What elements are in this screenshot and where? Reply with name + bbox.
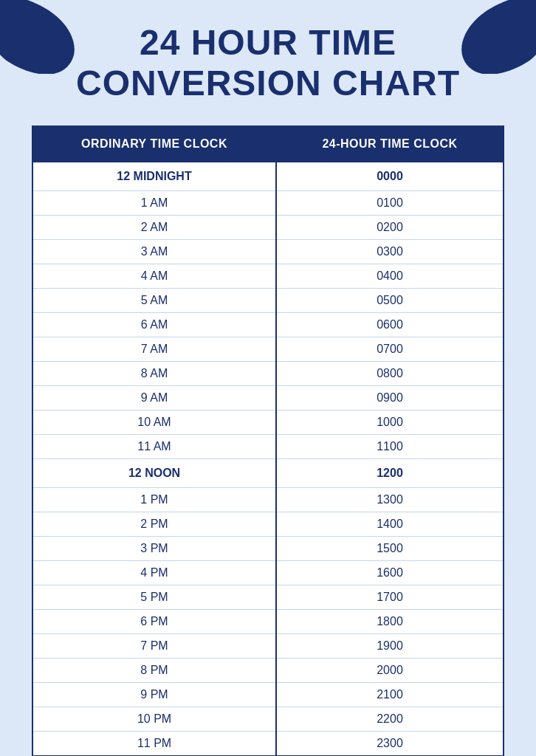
- table-row: 8 PM2000: [32, 659, 504, 683]
- ordinary-time-cell: 12 NOON: [32, 459, 276, 488]
- military-time-cell: 0300: [276, 240, 504, 264]
- ordinary-time-cell: 1 PM: [32, 488, 276, 512]
- military-time-cell: 1800: [276, 610, 504, 634]
- ordinary-time-cell: 10 AM: [32, 410, 276, 435]
- table-row: 6 AM0600: [32, 313, 504, 337]
- table-row: 11 AM1100: [32, 435, 504, 459]
- military-time-cell: 0200: [276, 216, 504, 240]
- table-row: 7 AM0700: [32, 337, 504, 362]
- ordinary-time-cell: 9 PM: [32, 683, 276, 707]
- military-time-cell: 1700: [276, 585, 504, 610]
- ordinary-time-cell: 2 AM: [32, 216, 276, 240]
- table-row: 5 AM0500: [32, 289, 504, 313]
- table-row: 3 AM0300: [32, 240, 504, 264]
- military-time-cell: 0600: [276, 313, 504, 337]
- ordinary-time-cell: 7 PM: [32, 634, 276, 659]
- military-time-cell: 1500: [276, 537, 504, 561]
- ordinary-time-cell: 1 AM: [32, 191, 276, 216]
- col-header-ordinary: ORDINARY TIME CLOCK: [32, 126, 276, 162]
- military-time-cell: 1100: [276, 435, 504, 459]
- table-header-row: ORDINARY TIME CLOCK 24-HOUR TIME CLOCK: [32, 126, 504, 162]
- table-row: 8 AM0800: [32, 362, 504, 386]
- military-time-cell: 0500: [276, 289, 504, 313]
- table-row: 10 PM2200: [32, 707, 504, 732]
- military-time-cell: 1200: [276, 459, 504, 488]
- table-row: 9 PM2100: [32, 683, 504, 707]
- table-row: 6 PM1800: [32, 610, 504, 634]
- ordinary-time-cell: 4 PM: [32, 561, 276, 585]
- ordinary-time-cell: 8 AM: [32, 362, 276, 386]
- military-time-cell: 0800: [276, 362, 504, 386]
- military-time-cell: 2300: [276, 732, 504, 756]
- page-title: 24 HOUR TIME CONVERSION CHART: [76, 22, 460, 103]
- table-row: 4 AM0400: [32, 264, 504, 289]
- ordinary-time-cell: 11 AM: [32, 435, 276, 459]
- ordinary-time-cell: 5 AM: [32, 289, 276, 313]
- military-time-cell: 1000: [276, 410, 504, 435]
- military-time-cell: 2100: [276, 683, 504, 707]
- military-time-cell: 0400: [276, 264, 504, 289]
- military-time-cell: 1300: [276, 488, 504, 512]
- ordinary-time-cell: 2 PM: [32, 512, 276, 537]
- table-row: 1 PM1300: [32, 488, 504, 512]
- page-container: 24 HOUR TIME CONVERSION CHART ORDINARY T…: [0, 0, 536, 756]
- ordinary-time-cell: 10 PM: [32, 707, 276, 732]
- military-time-cell: 1900: [276, 634, 504, 659]
- military-time-cell: 2200: [276, 707, 504, 732]
- ordinary-time-cell: 5 PM: [32, 585, 276, 610]
- table-row: 9 AM0900: [32, 386, 504, 410]
- ordinary-time-cell: 3 PM: [32, 537, 276, 561]
- military-time-cell: 0100: [276, 191, 504, 216]
- title-section: 24 HOUR TIME CONVERSION CHART: [61, 15, 475, 118]
- ordinary-time-cell: 9 AM: [32, 386, 276, 410]
- ordinary-time-cell: 3 AM: [32, 240, 276, 264]
- ordinary-time-cell: 8 PM: [32, 659, 276, 683]
- table-row: 10 AM1000: [32, 410, 504, 435]
- military-time-cell: 2000: [276, 659, 504, 683]
- military-time-cell: 0900: [276, 386, 504, 410]
- military-time-cell: 0700: [276, 337, 504, 362]
- ordinary-time-cell: 11 PM: [32, 732, 276, 756]
- ordinary-time-cell: 6 AM: [32, 313, 276, 337]
- military-time-cell: 1600: [276, 561, 504, 585]
- table-row: 7 PM1900: [32, 634, 504, 659]
- table-row: 12 MIDNIGHT0000: [32, 162, 504, 191]
- table-row: 1 AM0100: [32, 191, 504, 216]
- military-time-cell: 0000: [276, 162, 504, 191]
- table-row: 4 PM1600: [32, 561, 504, 585]
- ordinary-time-cell: 4 AM: [32, 264, 276, 289]
- table-row: 12 NOON1200: [32, 459, 504, 488]
- military-time-cell: 1400: [276, 512, 504, 537]
- table-row: 5 PM1700: [32, 585, 504, 610]
- ordinary-time-cell: 7 AM: [32, 337, 276, 362]
- table-row: 2 PM1400: [32, 512, 504, 537]
- conversion-table: ORDINARY TIME CLOCK 24-HOUR TIME CLOCK 1…: [32, 126, 504, 756]
- title-line1: 24 HOUR TIME: [140, 23, 396, 62]
- table-row: 11 PM2300: [32, 732, 504, 756]
- ordinary-time-cell: 12 MIDNIGHT: [32, 162, 276, 191]
- ordinary-time-cell: 6 PM: [32, 610, 276, 634]
- title-line2: CONVERSION CHART: [76, 63, 460, 103]
- col-header-military: 24-HOUR TIME CLOCK: [276, 126, 504, 162]
- table-row: 2 AM0200: [32, 216, 504, 240]
- table-row: 3 PM1500: [32, 537, 504, 561]
